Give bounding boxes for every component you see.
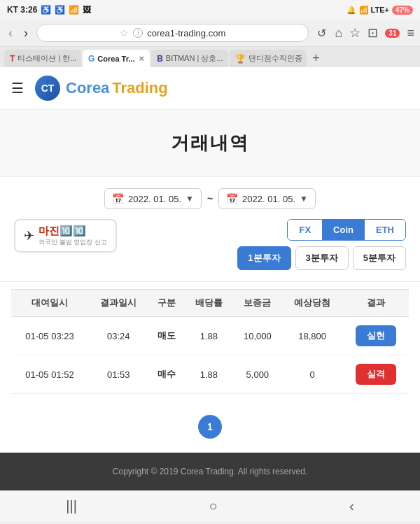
time-5min-button[interactable]: 5분투자: [353, 246, 406, 270]
logo-text: Corea Trading: [66, 79, 168, 97]
brand-logo-box: ✈ 마진🔟🔟 외국인 불법 영업장 신고: [14, 219, 117, 253]
th-type: 구분: [149, 290, 185, 317]
tab-coin-button[interactable]: Coin: [322, 220, 365, 240]
history-icon[interactable]: ⊡: [368, 25, 378, 41]
tab-add-button[interactable]: +: [308, 50, 324, 67]
tab-label-dandy: 댄디점수직인증: [248, 53, 302, 64]
hamburger-menu[interactable]: ☰: [11, 80, 24, 97]
site-header: ☰ CT Corea Trading: [0, 67, 420, 110]
brand-logo-area: ✈ 마진🔟🔟 외국인 불법 영업장 신고: [14, 219, 117, 253]
logo-corea: Corea: [66, 79, 109, 97]
date-from-value: 2022. 01. 05.: [128, 194, 181, 204]
table-header-row: 대여일시 결과일시 구분 배당률 보증금 예상당첨 결과: [11, 290, 409, 317]
tab-label-bitman: BITMAN | 상호...: [166, 53, 223, 64]
tab-favicon-tistory: T: [10, 54, 15, 64]
forward-button[interactable]: ›: [21, 24, 31, 42]
calendar-to-icon: 📅: [226, 193, 238, 204]
logo-trading: Trading: [112, 79, 167, 97]
alarm-icon: 🔔: [346, 6, 356, 15]
brand-icon: ✈: [24, 228, 34, 243]
browser-actions: ⌂ ☆ ⊡ 31 ≡: [335, 25, 414, 41]
tab-corea[interactable]: G Corea Tr... ×: [83, 50, 150, 67]
lte-text: 📶 LTE+: [359, 6, 389, 15]
date-to-input[interactable]: 📅 2022. 01. 05. ▼: [218, 188, 316, 209]
brand-sub: 외국인 불법 영업장 신고: [38, 238, 107, 247]
tab-close-corea[interactable]: ×: [139, 53, 145, 64]
type-buttons: FX Coin ETH 1분투자 3분투자 5분투자: [237, 219, 406, 270]
th-result: 결과: [342, 290, 409, 317]
bottom-nav: ||| ○ ›: [0, 490, 420, 521]
td-result-1[interactable]: 실현: [342, 317, 409, 355]
tabs-bar: T 티스테이션 | 한... G Corea Tr... × B BITMAN …: [0, 47, 420, 67]
tab-bitman[interactable]: B BITMAN | 상호...: [151, 50, 228, 67]
date-filter-row: 📅 2022. 01. 05. ▼ ~ 📅 2022. 01. 05. ▼: [14, 188, 406, 209]
info-icon: i: [133, 28, 143, 38]
time-3min-button[interactable]: 3분투자: [295, 246, 349, 270]
date-from-input[interactable]: 📅 2022. 01. 05. ▼: [104, 188, 202, 209]
td-expected-2: 0: [282, 355, 343, 394]
status-left: KT 3:26 ♿ ♿ 📶 🖼: [7, 5, 91, 15]
td-expected-1: 18,800: [282, 317, 343, 355]
time-1min-button[interactable]: 1분투자: [237, 246, 290, 270]
menu-icon[interactable]: ≡: [407, 26, 414, 41]
tab-label-tistory: 티스테이션 | 한...: [18, 53, 76, 64]
td-result-date-2: 01:53: [88, 355, 149, 394]
result-disqualify-button[interactable]: 실격: [356, 364, 396, 385]
td-lend-date-1: 01-05 03:23: [11, 317, 88, 355]
th-deposit: 보증금: [233, 290, 282, 317]
status-bar: KT 3:26 ♿ ♿ 📶 🖼 🔔 📶 LTE+ 47%: [0, 0, 420, 20]
th-lend-date: 대여일시: [11, 290, 88, 317]
battery-level: 47%: [392, 6, 413, 15]
brand-name: 마진🔟🔟: [38, 225, 107, 238]
tab-dandy[interactable]: 🏆 댄디점수직인증: [230, 50, 307, 67]
home-icon[interactable]: ⌂: [335, 26, 342, 41]
td-result-2[interactable]: 실격: [342, 355, 409, 394]
logo-icon: CT: [35, 76, 60, 101]
brand-info: 마진🔟🔟 외국인 불법 영업장 신고: [38, 225, 107, 247]
dropdown-from-arrow: ▼: [186, 194, 194, 204]
td-type-2: 매수: [149, 355, 185, 394]
tab-eth-button[interactable]: ETH: [365, 220, 405, 240]
page-title: 거래내역: [14, 131, 406, 155]
time-buttons-group: 1분투자 3분투자 5분투자: [237, 246, 406, 270]
th-rate: 배당률: [185, 290, 233, 317]
reload-button[interactable]: ↺: [314, 25, 329, 41]
table-section: 대여일시 결과일시 구분 배당률 보증금 예상당첨 결과 01-05 03:23…: [0, 282, 420, 401]
accessibility-icon2: ♿: [55, 5, 65, 15]
calendar-from-icon: 📅: [112, 193, 124, 204]
tab-tistory[interactable]: T 티스테이션 | 한...: [4, 50, 81, 67]
footer-copyright: Copyright © 2019 Corea Trading. All righ…: [113, 467, 307, 476]
th-result-date: 결과일시: [88, 290, 149, 317]
address-bar[interactable]: ☆ i corea1-trading.com: [36, 24, 309, 42]
filter-controls: ✈ 마진🔟🔟 외국인 불법 영업장 신고 FX Coin ETH 1분투자 3분…: [14, 219, 406, 270]
td-result-date-1: 03:24: [88, 317, 149, 355]
image-icon: 🖼: [83, 5, 91, 15]
bottom-nav-back[interactable]: ›: [335, 494, 368, 518]
table-row: 01-05 03:23 03:24 매도 1.88 10,000 18,800 …: [11, 317, 409, 355]
filter-section: 📅 2022. 01. 05. ▼ ~ 📅 2022. 01. 05. ▼ ✈ …: [0, 177, 420, 282]
page-1-button[interactable]: 1: [198, 415, 222, 439]
trade-table: 대여일시 결과일시 구분 배당률 보증금 예상당첨 결과 01-05 03:23…: [11, 289, 409, 394]
notification-badge: 31: [385, 29, 400, 38]
date-to-value: 2022. 01. 05.: [242, 194, 295, 204]
site-footer: Copyright © 2019 Corea Trading. All righ…: [0, 453, 420, 490]
th-expected: 예상당첨: [282, 290, 343, 317]
table-body: 01-05 03:23 03:24 매도 1.88 10,000 18,800 …: [11, 317, 409, 394]
result-realize-button[interactable]: 실현: [356, 325, 396, 346]
td-rate-1: 1.88: [185, 317, 233, 355]
accessibility-icon: ♿: [41, 5, 51, 15]
bottom-nav-home[interactable]: ○: [195, 494, 231, 518]
bottom-nav-recent[interactable]: |||: [52, 494, 91, 518]
td-deposit-2: 5,000: [233, 355, 282, 394]
bookmarks-icon[interactable]: ☆: [349, 25, 360, 41]
pagination: 1: [0, 401, 420, 453]
back-button[interactable]: ‹: [6, 24, 15, 42]
browser-chrome: ‹ › ☆ i corea1-trading.com ↺ ⌂ ☆ ⊡ 31 ≡: [0, 20, 420, 47]
wifi-icon: 📶: [69, 5, 79, 15]
tab-fx-button[interactable]: FX: [288, 220, 322, 240]
dropdown-to-arrow: ▼: [300, 194, 308, 204]
status-right: 🔔 📶 LTE+ 47%: [346, 6, 413, 15]
page-title-section: 거래내역: [0, 110, 420, 177]
td-deposit-1: 10,000: [233, 317, 282, 355]
td-type-1: 매도: [149, 317, 185, 355]
